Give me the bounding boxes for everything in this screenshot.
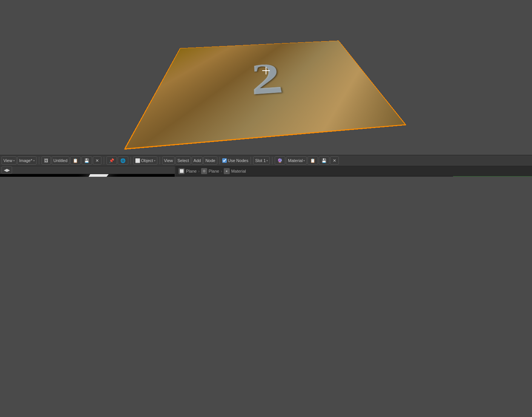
view2-dropdown[interactable]: View xyxy=(162,156,175,165)
image-icon: 🖼 xyxy=(44,158,48,163)
preview-number: 2 xyxy=(52,174,123,177)
sep4 xyxy=(160,157,160,164)
nav-arrows[interactable]: ◀▶ xyxy=(2,166,12,174)
filename-label: Untitled xyxy=(54,158,68,163)
bc-plane2: Plane xyxy=(209,169,219,173)
toolbar-left-group: View ▾ Image* ▾ xyxy=(2,156,37,165)
slot-btn-3[interactable]: ✕ xyxy=(93,156,101,165)
principled-header: ▾ Principled BSDF xyxy=(453,176,532,177)
slot-btn-2[interactable]: 💾 xyxy=(81,156,92,165)
view2-label: View xyxy=(164,158,173,163)
material-icon: ● xyxy=(224,168,230,174)
image-label: Image* xyxy=(19,158,32,163)
material-sphere-icon[interactable]: 🔮 xyxy=(275,156,285,165)
select-dropdown[interactable]: Select xyxy=(175,156,191,165)
slot-btn-1[interactable]: 📋 xyxy=(70,156,81,165)
material-chevron: ▾ xyxy=(303,159,305,162)
slot-dropdown[interactable]: Slot 1 ▾ xyxy=(253,156,270,165)
sep2 xyxy=(104,157,104,164)
toolbar-filename-group: 🖼 Untitled 📋 💾 ✕ xyxy=(42,156,101,165)
object-icon: ⬜ xyxy=(135,158,140,163)
select-label: Select xyxy=(177,158,189,163)
bc-material: Material xyxy=(231,169,246,173)
use-nodes-toggle[interactable]: Use Nodes xyxy=(222,158,248,163)
bc-sep1: › xyxy=(198,169,200,173)
globe-btn[interactable]: 🌐 xyxy=(118,156,128,165)
use-nodes-checkbox[interactable] xyxy=(222,158,227,163)
slot-chevron: ▾ xyxy=(266,159,268,162)
mat-btn-1[interactable]: 📋 xyxy=(308,156,318,165)
sep6 xyxy=(251,157,251,164)
img-toolbar: ◀▶ xyxy=(0,166,175,174)
node-dropdown[interactable]: Node xyxy=(203,156,217,165)
add-dropdown[interactable]: Add xyxy=(192,156,203,165)
toolbar-mid-group: 📌 🌐 xyxy=(106,156,128,165)
right-panel: ⬜ Plane › ⚙ Plane › ● Material xyxy=(175,166,532,177)
use-nodes-label: Use Nodes xyxy=(228,158,248,163)
breadcrumb: ⬜ Plane › ⚙ Plane › ● Material xyxy=(175,166,532,176)
plane-number-display: 2 xyxy=(251,58,286,103)
node-canvas[interactable]: ▾ Untitled Color Alpha 🖼 xyxy=(175,176,532,177)
filename-dropdown[interactable]: Untitled xyxy=(52,156,69,165)
image-icon-btn[interactable]: 🖼 xyxy=(42,156,51,165)
bc-plane1: Plane xyxy=(186,169,197,173)
preview-canvas: 2 xyxy=(0,174,175,177)
slot-label: Slot 1 xyxy=(255,158,266,163)
pin-btn[interactable]: 📌 xyxy=(106,156,117,165)
left-panel: ◀▶ 2 xyxy=(0,166,175,177)
modifier-icon: ⚙ xyxy=(201,168,207,174)
add-label: Add xyxy=(194,158,201,163)
view-chevron: ▾ xyxy=(13,159,15,162)
node-label: Node xyxy=(205,158,215,163)
main-panels: ◀▶ 2 ⬜ Plane › ⚙ Plane › ● Mater xyxy=(0,166,532,177)
view-dropdown[interactable]: View ▾ xyxy=(2,156,17,165)
image-chevron: ▾ xyxy=(33,159,35,162)
plane-icon: ⬜ xyxy=(178,168,185,174)
material-label: Material xyxy=(288,158,303,163)
sep7 xyxy=(272,157,272,164)
toolbar-editor-group: ⬜ Object ▾ xyxy=(133,156,157,165)
principled-panel: ▾ Principled BSDF BSDF GGX ▾ xyxy=(453,176,532,177)
view-label: View xyxy=(3,158,12,163)
object-mode-label: Object xyxy=(141,158,153,163)
sep5 xyxy=(220,157,220,164)
main-toolbar: View ▾ Image* ▾ 🖼 Untitled 📋 💾 ✕ 📌 🌐 ⬜ O… xyxy=(0,155,532,166)
object-mode-dropdown[interactable]: ⬜ Object ▾ xyxy=(133,156,157,165)
viewport-3d[interactable]: 2 xyxy=(0,0,532,155)
toolbar-view-group: View Select Add Node xyxy=(162,156,217,165)
material-group: 🔮 Material ▾ 📋 💾 ✕ xyxy=(275,156,339,165)
3d-plane: 2 xyxy=(124,40,406,150)
sep1 xyxy=(39,157,39,164)
bc-sep2: › xyxy=(221,169,222,173)
mode-chevron: ▾ xyxy=(154,159,155,162)
sep3 xyxy=(131,157,131,164)
image-dropdown[interactable]: Image* ▾ xyxy=(17,156,37,165)
mat-btn-2[interactable]: 💾 xyxy=(319,156,329,165)
material-dropdown[interactable]: Material ▾ xyxy=(286,156,307,165)
mat-close-btn[interactable]: ✕ xyxy=(330,156,339,165)
3d-cursor xyxy=(262,67,270,74)
